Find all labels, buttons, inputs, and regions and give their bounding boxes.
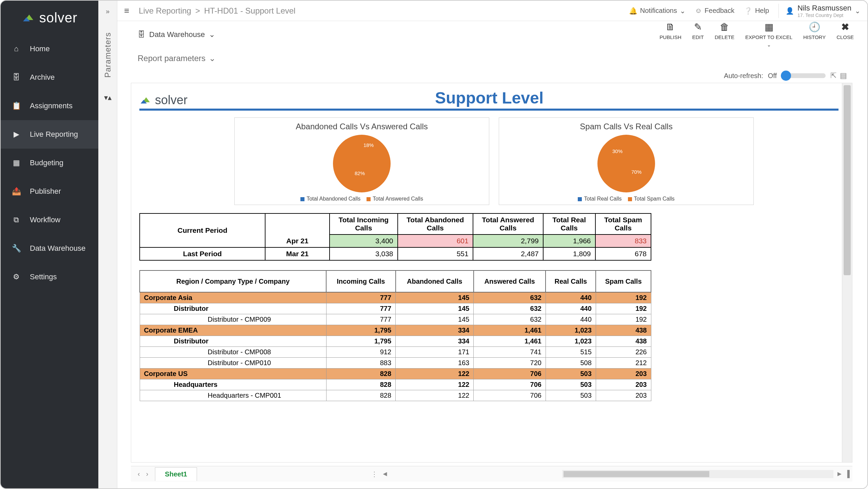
row-value: 720 xyxy=(474,358,546,369)
row-value: 1,795 xyxy=(326,325,396,336)
filter-icon[interactable]: ▾▴ xyxy=(104,93,112,102)
report-parameters-toggle[interactable]: Report parameters ⌄ xyxy=(117,48,867,71)
row-label: Distributor xyxy=(140,303,326,314)
database-icon: 🗄 xyxy=(138,30,145,39)
row-label: Distributor xyxy=(140,336,326,347)
row-value: 440 xyxy=(546,314,596,325)
row-value: 145 xyxy=(396,303,474,314)
nav-label: Home xyxy=(30,44,50,53)
help-button[interactable]: ❔ Help xyxy=(744,7,769,15)
feedback-button[interactable]: ☺ Feedback xyxy=(695,7,734,15)
sidebar-item-budgeting[interactable]: ▦Budgeting xyxy=(1,149,98,177)
summary-h0: Total Incoming Calls xyxy=(330,213,398,234)
notifications-button[interactable]: 🔔 Notifications ⌄ xyxy=(629,7,686,15)
row-value: 192 xyxy=(596,292,651,303)
scrollbar-thumb[interactable] xyxy=(844,85,851,275)
row-value: 503 xyxy=(546,369,596,379)
popout-icon[interactable]: ⇱ xyxy=(830,71,836,80)
horizontal-scrollbar[interactable] xyxy=(562,470,833,478)
export-excel-button[interactable]: ▦EXPORT TO EXCEL⌄ xyxy=(745,22,792,48)
row-value: 706 xyxy=(474,379,546,390)
row-label: Headquarters xyxy=(140,379,326,390)
chart2-legend-1: Total Spam Calls xyxy=(634,196,675,202)
user-menu[interactable]: 👤 Nils Rasmussen 17. Test Country Dept ⌄ xyxy=(778,4,861,18)
sidebar-item-workflow[interactable]: ⧉Workflow xyxy=(1,206,98,234)
delete-button[interactable]: 🗑DELETE xyxy=(715,22,734,48)
menu-toggle-icon[interactable]: ≡ xyxy=(124,5,129,16)
sidebar-item-settings[interactable]: ⚙Settings xyxy=(1,263,98,291)
row-value: 1,461 xyxy=(474,336,546,347)
chart1-pie: 18% 82% xyxy=(333,135,391,192)
breadcrumb-leaf: HT-HD01 - Support Level xyxy=(204,6,295,16)
help-icon: ❔ xyxy=(744,7,752,15)
report-parameters-label: Report parameters xyxy=(138,54,205,63)
hscroll-end-icon[interactable]: ▐ xyxy=(845,470,850,478)
sidebar-item-publisher[interactable]: 📤Publisher xyxy=(1,177,98,206)
row-value: 883 xyxy=(326,358,396,369)
summary-cur-2: 2,799 xyxy=(473,234,543,247)
row-value: 438 xyxy=(596,325,651,336)
row-value: 1,023 xyxy=(546,325,596,336)
hscroll-left-icon[interactable]: ◄ xyxy=(382,470,389,478)
report-title: Support Level xyxy=(194,89,784,107)
row-value: 440 xyxy=(546,292,596,303)
breadcrumb-root[interactable]: Live Reporting xyxy=(139,6,191,16)
chevron-down-icon: ⌄ xyxy=(767,42,771,48)
nav-label: Archive xyxy=(30,73,55,82)
sidebar-item-assignments[interactable]: 📋Assignments xyxy=(1,92,98,120)
row-value: 203 xyxy=(596,369,651,379)
summary-last-4: 678 xyxy=(595,247,651,260)
chart1-legend-0: Total Abandoned Calls xyxy=(307,196,360,202)
nav-icon: 📋 xyxy=(11,100,22,111)
publish-button[interactable]: 🗎PUBLISH xyxy=(659,22,681,48)
summary-h3: Total Real Calls xyxy=(543,213,595,234)
action-bar: 🗄 Data Warehouse ⌄ 🗎PUBLISH ✎EDIT 🗑DELET… xyxy=(117,21,867,48)
hscroll-right-icon[interactable]: ► xyxy=(836,470,843,478)
legend-swatch-icon xyxy=(628,197,632,201)
row-value: 503 xyxy=(546,390,596,401)
table-row: Distributor777145632440192 xyxy=(140,303,651,314)
parameters-expand-icon[interactable]: » xyxy=(106,7,110,15)
row-value: 171 xyxy=(396,347,474,358)
parameters-rail: » Parameters ▾▴ xyxy=(98,1,117,488)
sheet-next-icon[interactable]: › xyxy=(146,470,149,478)
breadcrumb-sep: > xyxy=(195,6,200,16)
row-value: 777 xyxy=(326,314,396,325)
table-row: Distributor - CMP009777145632440192 xyxy=(140,314,651,325)
publish-label: PUBLISH xyxy=(659,34,681,40)
sidebar-item-live-reporting[interactable]: ▶Live Reporting xyxy=(1,120,98,149)
chart1-legend-1: Total Answered Calls xyxy=(373,196,423,202)
auto-refresh-label: Auto-refresh: xyxy=(724,72,763,80)
nav-label: Publisher xyxy=(30,187,61,196)
nav-icon: ⚙ xyxy=(11,271,22,282)
nav-icon: ▦ xyxy=(11,157,22,168)
grid-view-icon[interactable]: ▤ xyxy=(840,71,847,80)
chart1-slice1-label: 18% xyxy=(363,142,374,148)
sidebar-item-home[interactable]: ⌂Home xyxy=(1,35,98,63)
edit-button[interactable]: ✎EDIT xyxy=(692,22,704,48)
vertical-scrollbar[interactable] xyxy=(842,83,852,462)
row-value: 503 xyxy=(546,379,596,390)
data-source-selector[interactable]: 🗄 Data Warehouse ⌄ xyxy=(138,30,215,39)
chart2-legend-0: Total Real Calls xyxy=(584,196,622,202)
nav-icon: ⌂ xyxy=(11,43,22,54)
sheet-prev-icon[interactable]: ‹ xyxy=(138,470,140,478)
history-button[interactable]: 🕘HISTORY xyxy=(803,22,826,48)
summary-last-0: 3,038 xyxy=(330,247,398,260)
detail-header-row: Region / Company Type / Company Incoming… xyxy=(140,270,651,292)
sheet-tab[interactable]: Sheet1 xyxy=(155,467,197,481)
auto-refresh-toggle[interactable] xyxy=(782,73,826,78)
row-value: 145 xyxy=(396,292,474,303)
sidebar-item-archive[interactable]: 🗄Archive xyxy=(1,63,98,92)
trash-icon: 🗑 xyxy=(720,22,729,32)
summary-h1: Total Abandoned Calls xyxy=(398,213,473,234)
summary-current-period-label: Current Period xyxy=(140,213,265,247)
row-value: 122 xyxy=(396,369,474,379)
chart2-legend: Total Real Calls Total Spam Calls xyxy=(502,196,750,202)
summary-cur-4: 833 xyxy=(595,234,651,247)
main-area: ≡ Live Reporting > HT-HD01 - Support Lev… xyxy=(117,1,867,488)
close-button[interactable]: ✖CLOSE xyxy=(836,22,854,48)
sidebar-item-data-warehouse[interactable]: 🔧Data Warehouse xyxy=(1,234,98,263)
chart1-legend: Total Abandoned Calls Total Answered Cal… xyxy=(238,196,486,202)
hscroll-thumb[interactable] xyxy=(564,471,709,477)
